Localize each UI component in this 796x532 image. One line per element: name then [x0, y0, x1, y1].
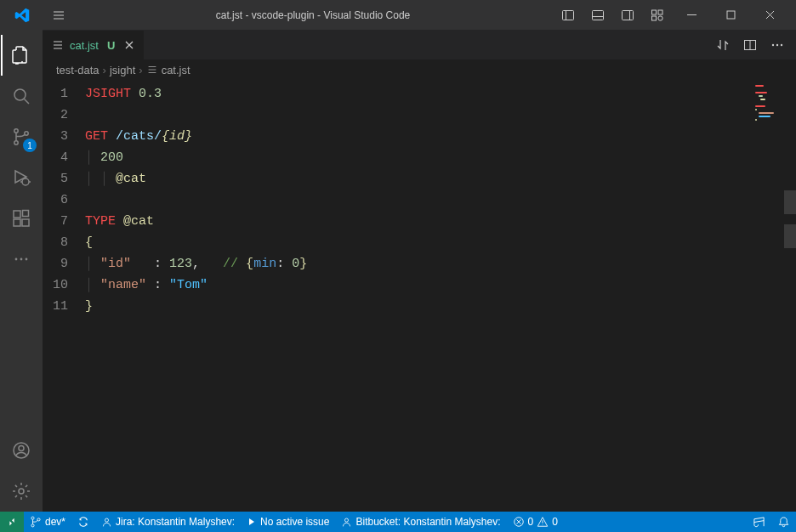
- compare-changes-icon[interactable]: [711, 33, 735, 57]
- svg-point-13: [14, 141, 18, 144]
- svg-point-33: [37, 518, 40, 521]
- svg-point-11: [14, 89, 26, 100]
- line-number-gutter: 1 2 3 4 5 6 7 8 9 10 11: [43, 80, 83, 512]
- svg-rect-2: [592, 10, 603, 20]
- svg-point-30: [781, 43, 782, 45]
- chevron-right-icon: ›: [139, 64, 142, 76]
- file-icon: [51, 38, 65, 52]
- accounts-icon[interactable]: [1, 430, 42, 471]
- svg-point-15: [22, 178, 29, 185]
- main-area: 1 cat.jst U: [0, 30, 796, 512]
- source-control-icon[interactable]: 1: [1, 116, 42, 157]
- layout-customize-icon[interactable]: [642, 0, 672, 30]
- editor-area: cat.jst U test-data › jsight › cat.jst 1…: [43, 30, 796, 512]
- window-title: cat.jst - vscode-plugin - Visual Studio …: [73, 9, 553, 21]
- notifications-icon[interactable]: [771, 512, 796, 532]
- svg-point-35: [345, 518, 349, 522]
- editor-more-icon[interactable]: [765, 33, 789, 57]
- split-editor-icon[interactable]: [738, 33, 762, 57]
- chevron-right-icon: ›: [103, 64, 106, 76]
- code-content[interactable]: JSIGHT 0.3 GET /cats/{id}│ 200│ │ @cat T…: [83, 80, 725, 512]
- svg-rect-0: [562, 10, 573, 20]
- tab-git-status: U: [107, 39, 115, 52]
- bitbucket-status[interactable]: Bitbucket: Konstantin Malyshev:: [335, 512, 506, 532]
- activity-bar: 1: [0, 30, 43, 512]
- feedback-icon[interactable]: [747, 512, 771, 532]
- file-icon: [146, 64, 158, 76]
- svg-rect-18: [22, 219, 29, 226]
- remote-indicator[interactable]: [0, 512, 24, 532]
- svg-rect-9: [658, 16, 662, 20]
- more-icon[interactable]: [1, 239, 42, 280]
- layout-panel-icon[interactable]: [583, 0, 612, 30]
- status-bar: dev* Jira: Konstantin Malyshev: No activ…: [0, 512, 796, 532]
- svg-rect-6: [651, 10, 656, 14]
- svg-point-24: [19, 446, 24, 451]
- extensions-icon[interactable]: [1, 198, 42, 239]
- minimize-button[interactable]: [672, 0, 711, 30]
- app-menu-icon[interactable]: [43, 0, 73, 30]
- scrollbar[interactable]: [784, 80, 796, 512]
- svg-rect-10: [727, 11, 735, 19]
- breadcrumb-seg-1[interactable]: test-data: [56, 64, 100, 76]
- svg-rect-8: [651, 16, 656, 20]
- run-debug-icon[interactable]: [1, 157, 42, 198]
- maximize-button[interactable]: [711, 0, 750, 30]
- problems-status[interactable]: 0 0: [507, 512, 564, 532]
- tab-close-icon[interactable]: [123, 39, 135, 51]
- explorer-icon[interactable]: [1, 35, 42, 76]
- git-sync[interactable]: [71, 512, 95, 532]
- svg-rect-4: [622, 10, 633, 20]
- active-issue[interactable]: No active issue: [241, 512, 335, 532]
- svg-point-22: [26, 258, 28, 261]
- breadcrumb[interactable]: test-data › jsight › cat.jst: [43, 59, 796, 80]
- jira-status[interactable]: Jira: Konstantin Malyshev:: [95, 512, 241, 532]
- svg-point-32: [31, 524, 34, 527]
- tab-bar: cat.jst U: [43, 30, 796, 59]
- svg-point-29: [776, 43, 778, 45]
- breadcrumb-seg-2[interactable]: jsight: [110, 64, 135, 76]
- settings-gear-icon[interactable]: [1, 471, 42, 512]
- svg-point-20: [15, 258, 18, 261]
- search-icon[interactable]: [1, 76, 42, 116]
- svg-rect-7: [658, 10, 662, 14]
- vscode-logo-icon: [7, 0, 37, 30]
- layout-sidebar-left-icon[interactable]: [553, 0, 583, 30]
- close-button[interactable]: [750, 0, 789, 30]
- git-branch-name: dev*: [45, 516, 65, 528]
- svg-point-14: [25, 132, 28, 135]
- tab-cat-jst[interactable]: cat.jst U: [43, 30, 145, 59]
- svg-point-25: [19, 489, 24, 494]
- svg-rect-17: [14, 219, 20, 226]
- svg-rect-19: [23, 211, 29, 217]
- minimap[interactable]: [725, 80, 784, 512]
- svg-point-34: [105, 518, 109, 522]
- breadcrumb-seg-3[interactable]: cat.jst: [162, 64, 190, 76]
- svg-point-21: [20, 258, 23, 261]
- editor-body: 1 2 3 4 5 6 7 8 9 10 11 JSIGHT 0.3 GET /…: [43, 80, 796, 512]
- scm-badge: 1: [23, 139, 37, 152]
- tab-filename: cat.jst: [70, 39, 99, 52]
- svg-point-31: [31, 517, 34, 519]
- svg-rect-16: [14, 211, 20, 218]
- git-branch[interactable]: dev*: [24, 512, 71, 532]
- svg-point-28: [772, 43, 774, 45]
- svg-point-12: [14, 129, 18, 133]
- titlebar: cat.jst - vscode-plugin - Visual Studio …: [0, 0, 796, 30]
- layout-sidebar-right-icon[interactable]: [612, 0, 642, 30]
